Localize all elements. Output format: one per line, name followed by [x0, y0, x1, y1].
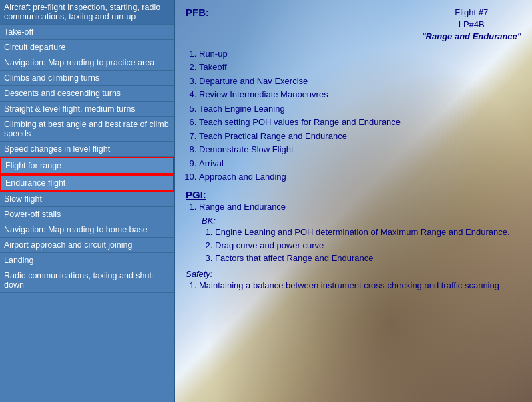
pgi-item-0: Range and Endurance — [199, 200, 521, 214]
flight-number: Flight #7 — [421, 7, 521, 19]
bk-title: BK: — [202, 216, 521, 226]
pfb-list: Run-upTakeoffDeparture and Nav ExerciseR… — [199, 47, 521, 184]
sidebar-item-13[interactable]: Navigation: Map reading to home base — [0, 222, 174, 238]
sidebar-item-9[interactable]: Flight for range — [0, 157, 174, 174]
sidebar-item-10[interactable]: Endurance flight — [0, 174, 174, 192]
sidebar-item-1[interactable]: Take-off — [0, 25, 174, 40]
bk-section: BK: Engine Leaning and POH determination… — [202, 216, 521, 265]
lp-number: LP#4B — [421, 19, 521, 31]
sidebar: Aircraft pre-flight inspection, starting… — [0, 0, 175, 402]
bk-list: Engine Leaning and POH determination of … — [215, 226, 521, 265]
sidebar-item-6[interactable]: Straight & level flight, medium turns — [0, 102, 174, 117]
sidebar-item-14[interactable]: Airport approach and circuit joining — [0, 238, 174, 253]
sidebar-item-7[interactable]: Climbing at best angle and best rate of … — [0, 117, 174, 142]
pfb-title: PFB: — [186, 7, 209, 18]
pfb-item-4: Teach Engine Leaning — [199, 102, 521, 116]
pgi-section: PGI: Range and Endurance BK: Engine Lean… — [186, 189, 521, 292]
content-box: PFB: Flight #7 LP#4B "Range and Enduranc… — [175, 0, 532, 298]
sidebar-item-12[interactable]: Power-off stalls — [0, 207, 174, 222]
pgi-list: Range and Endurance — [199, 200, 521, 214]
flight-info: Flight #7 LP#4B "Range and Endurance" — [421, 7, 521, 43]
pfb-item-0: Run-up — [199, 47, 521, 61]
main-content: PFB: Flight #7 LP#4B "Range and Enduranc… — [175, 0, 532, 402]
pgi-title: PGI: — [186, 189, 206, 200]
pfb-item-2: Departure and Nav Exercise — [199, 75, 521, 88]
sidebar-item-16[interactable]: Radio communications, taxiing and shut-d… — [0, 268, 174, 293]
sidebar-item-8[interactable]: Speed changes in level flight — [0, 142, 174, 157]
pfb-item-8: Arrival — [199, 157, 521, 170]
sidebar-item-15[interactable]: Landing — [0, 253, 174, 268]
safety-list: Maintaining a balance between instrument… — [199, 279, 521, 292]
safety-item-0: Maintaining a balance between instrument… — [199, 279, 521, 292]
sidebar-item-3[interactable]: Navigation: Map reading to practice area — [0, 55, 174, 71]
safety-title: Safety: — [186, 269, 521, 279]
lesson-title: "Range and Endurance" — [421, 31, 521, 43]
pfb-item-3: Review Intermediate Manoeuvres — [199, 88, 521, 102]
bk-item-2: Factors that affect Range and Endurance — [215, 252, 521, 265]
pfb-item-6: Teach Practical Range and Endurance — [199, 130, 521, 143]
pfb-item-9: Approach and Landing — [199, 170, 521, 184]
safety-section: Safety: Maintaining a balance between in… — [186, 269, 521, 292]
sidebar-item-2[interactable]: Circuit departure — [0, 40, 174, 55]
sidebar-item-4[interactable]: Climbs and climbing turns — [0, 71, 174, 86]
flight-header: PFB: Flight #7 LP#4B "Range and Enduranc… — [186, 7, 521, 43]
bk-item-1: Drag curve and power curve — [215, 239, 521, 252]
sidebar-item-5[interactable]: Descents and descending turns — [0, 86, 174, 102]
pfb-item-7: Demonstrate Slow Flight — [199, 143, 521, 156]
pfb-item-5: Teach setting POH values for Range and E… — [199, 116, 521, 129]
sidebar-item-11[interactable]: Slow flight — [0, 192, 174, 207]
bk-item-0: Engine Leaning and POH determination of … — [215, 226, 521, 239]
pfb-item-1: Takeoff — [199, 61, 521, 74]
sidebar-item-0[interactable]: Aircraft pre-flight inspection, starting… — [0, 0, 174, 25]
